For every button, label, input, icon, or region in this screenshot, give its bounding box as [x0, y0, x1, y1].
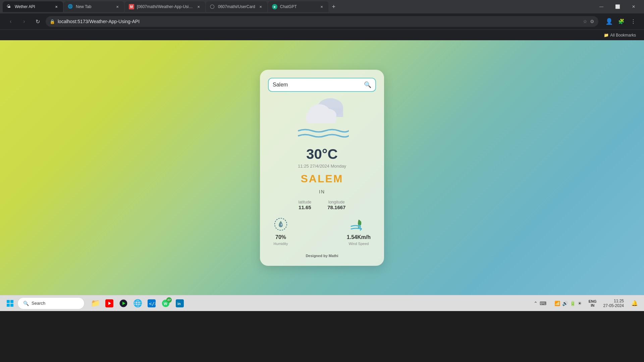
notification-icon: 🔔 [631, 300, 638, 306]
weather-icon-area [295, 96, 349, 141]
longitude-item: longitude 78.1667 [327, 200, 345, 210]
tab-gmail[interactable]: M [0607mathi/Weather-App-Usin... ✕ [125, 1, 205, 12]
tab-gmail-close[interactable]: ✕ [196, 4, 201, 9]
search-button[interactable]: 🔍 [364, 81, 371, 88]
language-indicator[interactable]: ENG IN [587, 299, 598, 308]
svg-rect-11 [10, 304, 13, 307]
linkedin-app[interactable]: in [173, 297, 186, 310]
star-icon[interactable]: ☆ [583, 19, 587, 24]
chevron-up-icon: ⌃ [534, 301, 538, 306]
file-explorer-app[interactable]: 📁 [89, 297, 102, 310]
tab-weather[interactable]: 🌤 Wether API ✕ [3, 1, 63, 12]
tab-usercard[interactable]: ◯ 0607mathi/UserCard ✕ [206, 1, 267, 12]
extension-icon[interactable]: ⚙ [590, 19, 594, 24]
vscode-app[interactable]: </> [145, 297, 158, 310]
close-button[interactable]: ✕ [626, 1, 641, 12]
current-date: 27-05-2024 [603, 303, 624, 308]
forward-button[interactable]: › [19, 16, 30, 27]
latitude-item: latitude 11.65 [299, 200, 312, 210]
tab-usercard-close[interactable]: ✕ [258, 4, 263, 9]
longitude-value: 78.1667 [327, 204, 345, 210]
wind-stat: 1.54Km/h Wind Speed [347, 217, 371, 246]
longitude-label: longitude [328, 200, 345, 204]
region-code: IN [591, 303, 594, 307]
taskbar-search-label: Search [32, 301, 45, 306]
search-icon: 🔍 [23, 301, 29, 306]
clock-area[interactable]: 11:25 27-05-2024 [601, 298, 627, 309]
country-code: IN [319, 189, 325, 194]
latitude-label: latitude [299, 200, 312, 204]
whatsapp-app[interactable]: W 27 [159, 297, 172, 310]
weather-waves [295, 127, 349, 141]
extensions-button[interactable]: 🧩 [616, 16, 627, 27]
taskbar-right: ⌃ ⌨ 📶 🔊 🔋 ☀ ENG IN 11:25 27-05-2024 🔔 [531, 298, 640, 309]
minimize-button[interactable]: — [594, 1, 609, 12]
bookmarks-label: All Bookmarks [610, 33, 636, 38]
svg-rect-5 [306, 116, 336, 123]
current-time: 11:25 [614, 299, 624, 303]
profile-button[interactable]: 👤 [604, 16, 614, 27]
new-tab-button[interactable]: + [329, 2, 338, 11]
page-content: 🔍 [0, 40, 644, 295]
reload-button[interactable]: ↻ [32, 16, 43, 27]
tab-gmail-title: [0607mathi/Weather-App-Usin... [137, 4, 193, 9]
new-tab-favicon: 🌐 [68, 4, 73, 9]
designed-by-text: Designed by [306, 254, 328, 258]
temperature-display: 30°C [306, 146, 338, 162]
back-button[interactable]: ‹ [5, 16, 16, 27]
city-name: SALEM [301, 173, 343, 185]
address-bar[interactable]: 🔒 localhost:5173/Weather-App-Using-API ☆… [46, 16, 598, 27]
start-button[interactable] [4, 297, 16, 309]
address-icons: ☆ ⚙ [583, 19, 594, 24]
lang-code: ENG [589, 299, 597, 303]
svg-text:</>: </> [149, 301, 156, 306]
cloud-icon [295, 96, 349, 126]
tab-new-close[interactable]: ✕ [115, 4, 120, 9]
youtube-app[interactable] [103, 297, 116, 310]
stats-row: 70% Humidity [268, 214, 376, 248]
gmail-favicon: M [129, 4, 134, 9]
wind-icon [348, 217, 369, 233]
system-tray[interactable]: ⌃ ⌨ [531, 299, 549, 307]
humidity-stat: 70% Humidity [273, 217, 288, 246]
datetime-display: 11:25 27/4/2024 Monday [298, 164, 346, 169]
city-search-input[interactable] [273, 82, 361, 88]
wind-label: Wind Speed [348, 242, 369, 246]
maximize-button[interactable]: ⬜ [610, 1, 625, 12]
chrome-app[interactable]: 🌐 [131, 297, 144, 310]
chatgpt-favicon: ★ [272, 4, 277, 9]
svg-rect-9 [10, 300, 13, 303]
tab-chatgpt[interactable]: ★ ChatGPT ✕ [268, 1, 328, 12]
humidity-label: Humidity [274, 242, 288, 246]
tab-new[interactable]: 🌐 New Tab ✕ [64, 1, 124, 12]
svg-text:in: in [177, 302, 181, 306]
coordinates: latitude 11.65 longitude 78.1667 [299, 200, 346, 210]
all-bookmarks[interactable]: 📁 All Bookmarks [601, 32, 639, 39]
taskbar-apps: 📁 🌐 </> W 27 [89, 297, 186, 310]
tab-usercard-title: 0607mathi/UserCard [218, 4, 255, 9]
lock-icon: 🔒 [50, 19, 55, 24]
notification-button[interactable]: 🔔 [629, 298, 640, 309]
taskbar-search[interactable]: 🔍 Search [17, 297, 85, 309]
usercard-favicon: ◯ [210, 4, 215, 9]
tab-weather-title: Wether API [15, 4, 51, 9]
volume-icon: 🔊 [562, 301, 568, 306]
humidity-value: 70% [275, 234, 286, 240]
browser-chrome: 🌤 Wether API ✕ 🌐 New Tab ✕ M [0607mathi/… [0, 0, 644, 40]
tab-weather-close[interactable]: ✕ [54, 4, 59, 9]
media-player-app[interactable] [117, 297, 130, 310]
address-text: localhost:5173/Weather-App-Using-API [58, 19, 580, 24]
humidity-icon [273, 217, 288, 233]
keyboard-icon: ⌨ [540, 301, 546, 306]
weather-favicon: 🌤 [7, 4, 12, 9]
svg-rect-10 [7, 304, 10, 307]
designed-by: Designed by Mathi [306, 254, 338, 258]
svg-text:W: W [164, 302, 167, 306]
brightness-icon: ☀ [578, 301, 582, 306]
battery-icon: 🔋 [570, 301, 576, 306]
weather-card: 🔍 [260, 70, 384, 266]
more-button[interactable]: ⋮ [628, 16, 639, 27]
designed-by-author: Mathi [329, 254, 338, 258]
tab-chatgpt-close[interactable]: ✕ [319, 4, 324, 9]
network-volume-icons[interactable]: 📶 🔊 🔋 ☀ [552, 299, 585, 307]
